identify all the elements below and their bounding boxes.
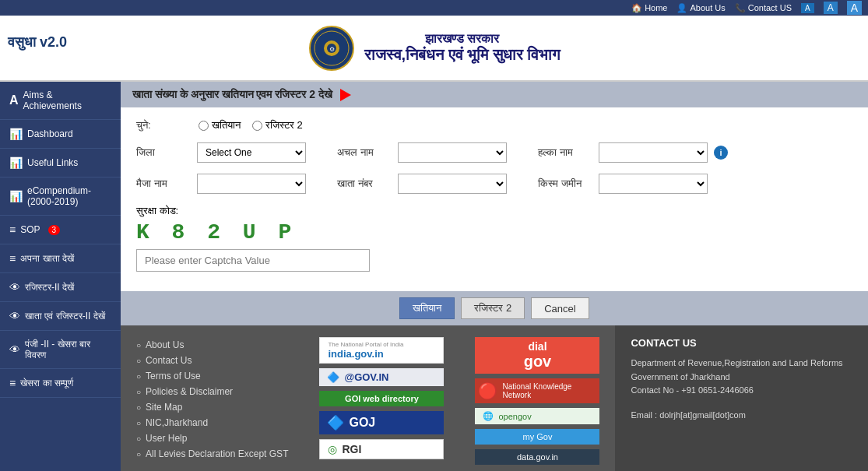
sidebar-item-dashboard[interactable]: 📊 Dashboard <box>0 120 121 149</box>
info-icon[interactable]: i <box>714 146 728 160</box>
nkn-text: National Knowledge Network <box>502 382 596 399</box>
khata-group: खाता नंबर <box>337 174 507 194</box>
sop-badge: 3 <box>48 225 61 235</box>
footer-contact-column: CONTACT US Department of Revenue,Registr… <box>615 325 868 471</box>
user-help-link[interactable]: User Help <box>146 433 187 444</box>
footer-link-nic[interactable]: NIC,Jharkhand <box>136 415 288 431</box>
aims-icon: A <box>9 93 19 107</box>
footer-link-userhelp[interactable]: User Help <box>136 431 288 446</box>
sidebar-item-khesra[interactable]: ≡ खेसरा का सम्पूर्ण <box>0 369 121 398</box>
sidebar-item-register2[interactable]: 👁 रजिस्टर-II देखें <box>0 273 121 302</box>
rgi-text: RGI <box>342 443 361 455</box>
form-panel: खाता संख्या के अनुसार खतियान एवम रजिस्टर… <box>121 82 868 325</box>
register2-button[interactable]: रजिस्टर 2 <box>461 297 525 319</box>
sidebar-item-apna-khata[interactable]: ≡ अपना खाता देखें <box>0 244 121 273</box>
gov-in-icon: 🔷 <box>327 371 339 383</box>
achal-group: अचल नाम <box>337 142 507 163</box>
cancel-button[interactable]: Cancel <box>531 297 589 319</box>
opengov-box[interactable]: 🌐 opengov <box>475 408 599 424</box>
khatiyaan-button[interactable]: खतियान <box>399 297 455 319</box>
sidebar-item-panji2[interactable]: 👁 पंजी -II - खेसरा बार विवरण <box>0 331 121 369</box>
mauja-select[interactable] <box>197 174 306 194</box>
emblem-logo: ⚙ <box>308 25 355 72</box>
mauja-label: मैजा नाम <box>136 178 191 190</box>
khesra-icon: ≡ <box>9 377 16 389</box>
contact-us-link[interactable]: Contact Us <box>146 355 192 366</box>
radio-khatiyaan[interactable]: खतियान <box>199 119 241 132</box>
jila-select[interactable]: Select One <box>197 142 306 163</box>
footer-link-sitemap[interactable]: Site Map <box>136 399 288 415</box>
sidebar: A Aims & Achievements 📊 Dashboard 📊 Usef… <box>0 82 121 471</box>
sidebar-item-sop[interactable]: ≡ SOP 3 <box>0 216 121 244</box>
jila-label: जिला <box>136 146 191 159</box>
contact-us-title: CONTACT US <box>631 337 852 349</box>
footer-link-about[interactable]: About Us <box>136 337 288 353</box>
opengov-text: opengov <box>498 412 531 421</box>
sidebar-item-aims[interactable]: A Aims & Achievements <box>0 82 121 120</box>
font-large-link[interactable]: A <box>847 1 862 15</box>
radio-register2-input[interactable] <box>252 121 262 131</box>
radio-khatiyaan-input[interactable] <box>199 121 209 131</box>
sidebar-label-useful-links: Useful Links <box>27 157 78 168</box>
contact-link[interactable]: 📞 Contact US <box>735 3 792 13</box>
footer-link-contact[interactable]: Contact Us <box>136 353 288 368</box>
terms-link[interactable]: Terms of Use <box>146 371 201 381</box>
india-gov-flag: The National Portal of India <box>328 341 435 348</box>
footer-link-levies[interactable]: All Levies Declaration Except GST <box>136 446 288 462</box>
sitemap-link[interactable]: Site Map <box>146 402 182 413</box>
policies-link[interactable]: Policies & Disclaimer <box>146 386 233 397</box>
form-body: चुने: खतियान रजिस्टर 2 <box>121 107 868 291</box>
font-medium-link[interactable]: A <box>824 2 838 14</box>
footer-gov-links-right: dialgov 🔴 National Knowledge Network 🌐 o… <box>459 325 615 471</box>
sidebar-item-ecompendium[interactable]: 📊 eCompendium-(2000-2019) <box>0 178 121 216</box>
form-container: खाता संख्या के अनुसार खतियान एवम रजिस्टर… <box>121 82 868 325</box>
about-link[interactable]: 👤 About Us <box>676 3 725 13</box>
khata-select[interactable] <box>398 174 507 194</box>
goj-box[interactable]: 🔷 GOJ <box>319 411 444 434</box>
home-link[interactable]: 🏠 Home <box>631 3 667 13</box>
sidebar-label-apna-khata: अपना खाता देखें <box>20 253 74 264</box>
footer-links-column: About Us Contact Us Terms of Use Policie… <box>121 325 304 471</box>
mygov-box[interactable]: my Gov <box>475 429 599 445</box>
captcha-input[interactable] <box>136 249 370 272</box>
dial-gov-box[interactable]: dialgov <box>475 337 599 374</box>
sidebar-label-sop: SOP <box>20 224 40 235</box>
main-layout: A Aims & Achievements 📊 Dashboard 📊 Usef… <box>0 82 868 471</box>
captcha-label: सुरक्षा कोड: <box>136 205 852 217</box>
sidebar-item-useful-links[interactable]: 📊 Useful Links <box>0 149 121 178</box>
radio-row: चुने: खतियान रजिस्टर 2 <box>136 119 852 132</box>
sop-icon: ≡ <box>9 223 16 236</box>
nic-link[interactable]: NIC,Jharkhand <box>146 417 208 428</box>
mauja-row: मैजा नाम खाता नंबर किस्म ज <box>136 174 852 194</box>
goj-icon: 🔷 <box>327 414 344 431</box>
mauja-group: मैजा नाम <box>136 174 306 194</box>
levies-link[interactable]: All Levies Declaration Except GST <box>146 448 288 459</box>
about-us-link[interactable]: About Us <box>146 339 184 350</box>
kism-select[interactable] <box>599 174 708 194</box>
contact-dept: Department of Revenue,Registration and L… <box>631 357 852 371</box>
choose-label: चुने: <box>136 119 183 132</box>
ecompendium-icon: 📊 <box>9 190 23 202</box>
svg-text:⚙: ⚙ <box>329 46 334 53</box>
goj-text: GOJ <box>349 416 375 430</box>
webdir-box[interactable]: GOI web directory <box>319 391 444 406</box>
contact-govt: Government of Jharkhand <box>631 371 852 385</box>
nkn-box[interactable]: 🔴 National Knowledge Network <box>475 378 599 403</box>
sidebar-item-khata-register2[interactable]: 👁 खाता एवं रजिस्टर-II देखें <box>0 302 121 331</box>
footer-link-policies[interactable]: Policies & Disclaimer <box>136 384 288 399</box>
footer-link-terms[interactable]: Terms of Use <box>136 368 288 384</box>
halka-select[interactable] <box>599 142 708 163</box>
home-icon: 🏠 <box>631 3 642 13</box>
font-small-link[interactable]: A <box>801 3 814 13</box>
india-gov-box[interactable]: The National Portal of India india.gov.i… <box>319 337 444 364</box>
sidebar-label-khesra: खेसरा का सम्पूर्ण <box>20 378 73 388</box>
rgi-box[interactable]: ◎ RGI <box>319 439 444 459</box>
datagov-box[interactable]: data.gov.in <box>475 449 599 465</box>
radio-register2[interactable]: रजिस्टर 2 <box>252 119 303 132</box>
halka-label: हल्का नाम <box>538 146 592 159</box>
jila-group: जिला Select One <box>136 142 306 163</box>
dial-gov-text: dialgov <box>483 340 592 371</box>
achal-select[interactable] <box>398 142 507 163</box>
top-navigation: 🏠 Home 👤 About Us 📞 Contact US A A A <box>0 0 868 16</box>
gov-in-box[interactable]: 🔷 @GOV.IN <box>319 368 444 386</box>
